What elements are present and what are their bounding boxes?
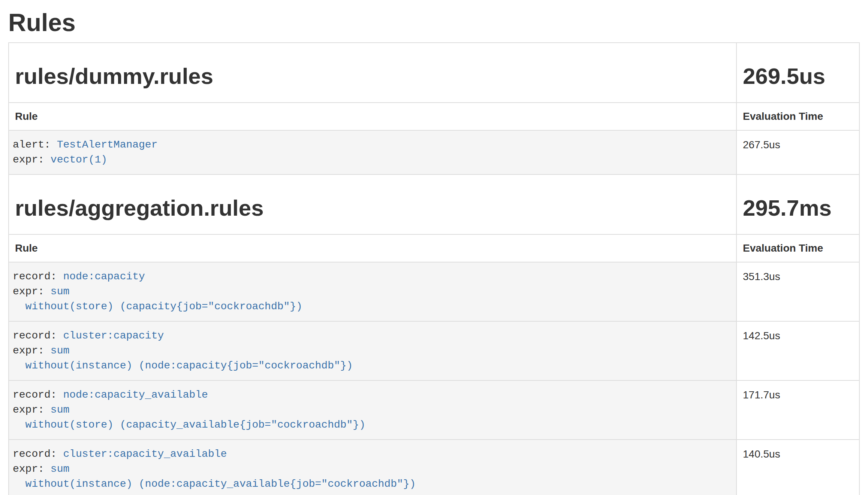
rule-key: expr: — [13, 345, 51, 356]
rule-row: alert: TestAlertManagerexpr: vector(1) 2… — [9, 130, 859, 174]
group-name: rules/dummy.rules — [15, 64, 730, 89]
rule-code: alert: TestAlertManagerexpr: vector(1) — [9, 131, 736, 174]
code-line: alert: TestAlertManager — [13, 137, 730, 152]
group-evaluation-total: 269.5us — [743, 64, 853, 89]
rule-cell: alert: TestAlertManagerexpr: vector(1) — [9, 130, 736, 174]
rule-cell: record: cluster:capacityexpr: sum withou… — [9, 321, 736, 380]
rule-key: record: — [13, 389, 63, 401]
page-title: Rules — [8, 9, 860, 36]
rule-group-header: rules/dummy.rules 269.5us — [9, 43, 859, 103]
rule-value-link[interactable]: sum — [51, 463, 69, 475]
group-time-cell: 295.7ms — [736, 174, 859, 234]
rule-row: record: node:capacity_availableexpr: sum… — [9, 380, 859, 440]
evaluation-time-cell: 267.5us — [736, 130, 859, 174]
code-line: expr: vector(1) — [13, 152, 730, 167]
evaluation-time-cell: 140.5us — [736, 440, 859, 495]
rule-row: record: cluster:capacityexpr: sum withou… — [9, 321, 859, 380]
rule-key: expr: — [13, 286, 51, 297]
rule-key: record: — [13, 330, 63, 341]
rule-key: expr: — [13, 463, 51, 475]
group-name-cell: rules/dummy.rules — [9, 43, 736, 103]
code-line: record: node:capacity — [13, 269, 730, 284]
rule-value-link[interactable]: without(store) (capacity{job="cockroachd… — [13, 301, 302, 312]
group-name-cell: rules/aggregation.rules — [9, 174, 736, 234]
rule-value-link[interactable]: sum — [51, 345, 69, 356]
rule-row: record: cluster:capacity_availableexpr: … — [9, 440, 859, 495]
code-line: record: cluster:capacity — [13, 328, 730, 343]
group-time-cell: 269.5us — [736, 43, 859, 103]
rule-value-link[interactable]: sum — [51, 286, 69, 297]
column-header-rule: Rule — [9, 234, 736, 262]
code-line: expr: sum — [13, 343, 730, 358]
rule-key: expr: — [13, 404, 51, 416]
rule-row: record: node:capacityexpr: sum without(s… — [9, 262, 859, 321]
code-line: expr: sum — [13, 284, 730, 299]
code-line: without(store) (capacity_available{job="… — [13, 417, 730, 432]
code-line: without(store) (capacity{job="cockroachd… — [13, 299, 730, 314]
code-line: without(instance) (node:capacity{job="co… — [13, 358, 730, 373]
rule-key: alert: — [13, 139, 57, 151]
group-name: rules/aggregation.rules — [15, 196, 730, 221]
evaluation-time-cell: 351.3us — [736, 262, 859, 321]
column-header-rule: Rule — [9, 103, 736, 130]
rule-cell: record: node:capacity_availableexpr: sum… — [9, 380, 736, 440]
rule-value-link[interactable]: node:capacity — [63, 271, 145, 282]
rule-value-link[interactable]: TestAlertManager — [57, 139, 158, 151]
rule-key: record: — [13, 448, 63, 460]
code-line: expr: sum — [13, 403, 730, 417]
rule-value-link[interactable]: without(instance) (node:capacity_availab… — [13, 478, 416, 490]
column-header-evaluation-time: Evaluation Time — [736, 234, 859, 262]
column-header-row: Rule Evaluation Time — [9, 234, 859, 262]
rule-cell: record: cluster:capacity_availableexpr: … — [9, 440, 736, 495]
group-evaluation-total: 295.7ms — [743, 196, 853, 221]
rule-value-link[interactable]: without(store) (capacity_available{job="… — [13, 419, 365, 431]
rule-code: record: node:capacityexpr: sum without(s… — [9, 262, 736, 321]
rule-value-link[interactable]: sum — [51, 404, 69, 416]
column-header-row: Rule Evaluation Time — [9, 103, 859, 130]
rules-table: rules/dummy.rules 269.5us Rule Evaluatio… — [8, 42, 860, 495]
rule-value-link[interactable]: cluster:capacity — [63, 330, 164, 341]
code-line: without(instance) (node:capacity_availab… — [13, 477, 730, 492]
rule-code: record: cluster:capacity_availableexpr: … — [9, 440, 736, 495]
code-line: record: node:capacity_available — [13, 388, 730, 403]
evaluation-time-cell: 142.5us — [736, 321, 859, 380]
rule-key: expr: — [13, 154, 51, 165]
code-line: expr: sum — [13, 462, 730, 477]
evaluation-time-cell: 171.7us — [736, 380, 859, 440]
rule-value-link[interactable]: vector(1) — [51, 154, 107, 165]
rule-cell: record: node:capacityexpr: sum without(s… — [9, 262, 736, 321]
rule-group-header: rules/aggregation.rules 295.7ms — [9, 174, 859, 234]
column-header-evaluation-time: Evaluation Time — [736, 103, 859, 130]
rule-value-link[interactable]: without(instance) (node:capacity{job="co… — [13, 360, 353, 371]
rule-key: record: — [13, 271, 63, 282]
rule-code: record: node:capacity_availableexpr: sum… — [9, 381, 736, 439]
rule-value-link[interactable]: node:capacity_available — [63, 389, 208, 401]
rule-code: record: cluster:capacityexpr: sum withou… — [9, 322, 736, 380]
code-line: record: cluster:capacity_available — [13, 447, 730, 462]
rule-value-link[interactable]: cluster:capacity_available — [63, 448, 227, 460]
